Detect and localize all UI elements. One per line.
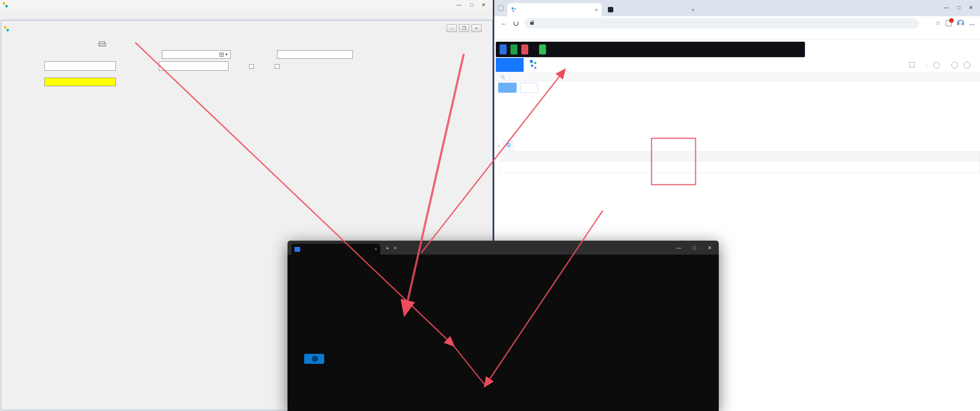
config-button[interactable] (500, 44, 507, 54)
checkbox-icon (275, 64, 279, 69)
browser-tab[interactable]: × (604, 3, 698, 16)
erp-doc-toolbar (1, 39, 492, 50)
webapp-page-tabs (494, 72, 980, 81)
erp-menubar (0, 9, 493, 19)
powershell-icon (294, 247, 300, 252)
wave-print-table (500, 151, 980, 173)
collapse-left-icon[interactable]: ‹ (498, 142, 500, 148)
webapp-nav-row: | (494, 58, 980, 72)
maximize-icon: □ (957, 5, 960, 10)
browser-menu-icon[interactable]: … (969, 20, 975, 26)
disconnect-button[interactable] (521, 44, 528, 54)
doc-no-input[interactable] (277, 50, 353, 59)
scan-input[interactable] (44, 78, 116, 86)
gift-checkbox[interactable] (275, 63, 281, 69)
close-icon: ✕ (969, 5, 973, 10)
browser-tab[interactable]: × (507, 3, 602, 16)
bookmarks-bar (494, 30, 980, 39)
browser-tabstrip: × × —□✕ (494, 0, 980, 16)
form-row-scan (1, 78, 492, 88)
close-tab-icon[interactable]: × (374, 246, 377, 252)
refresh-icon[interactable] (514, 21, 519, 26)
erp-titlebar: —□✕ (0, 0, 493, 9)
search-icon (501, 75, 504, 78)
form-row-header: ▼ (1, 50, 492, 60)
workspace-icon[interactable] (498, 5, 504, 11)
document-window-controls[interactable]: ⎯❐× (447, 24, 481, 32)
date-input[interactable]: ▼ (162, 50, 231, 59)
filter-row-2 (499, 107, 978, 116)
terminal-output[interactable] (288, 255, 719, 258)
guanyi-favicon (511, 7, 517, 12)
calendar-icon[interactable]: ▼ (218, 51, 230, 58)
brand-logo (541, 60, 543, 68)
close-icon: × (471, 24, 481, 32)
filter-row-1 (499, 95, 978, 104)
gear-icon[interactable]: ⚙ (504, 140, 514, 151)
kingdee-logo-icon (529, 60, 539, 70)
form-row-product (1, 61, 492, 72)
connect-button[interactable] (510, 44, 517, 54)
headset-icon[interactable] (933, 62, 940, 68)
profile-avatar[interactable] (957, 20, 964, 27)
product-input[interactable] (44, 61, 116, 71)
menu-button[interactable] (496, 58, 524, 72)
printer-icon[interactable] (99, 41, 105, 47)
browser-urlbar-row: ← ☆ … (494, 16, 980, 30)
powershell-window: × + ∨ —□✕ (288, 241, 719, 411)
globe-icon[interactable] (964, 62, 970, 68)
favorites-star-icon[interactable]: ☆ (936, 20, 941, 27)
minimize-icon: — (944, 5, 949, 10)
erp-app-icon (3, 2, 8, 7)
terminal-window-controls[interactable]: —□✕ (676, 245, 712, 251)
table-row[interactable] (500, 161, 980, 173)
document-titlebar: ⎯❐× (1, 24, 492, 34)
new-terminal-tab-icon[interactable]: + (386, 245, 389, 251)
webapp-toolbar: ‹ ⚙ (498, 140, 517, 151)
websocket-conn-bar (496, 42, 805, 57)
close-icon: ✕ (481, 2, 486, 8)
close-tab-icon[interactable]: × (595, 7, 598, 13)
close-tab-icon[interactable]: × (691, 7, 694, 13)
document-icon (4, 26, 9, 31)
url-input[interactable] (525, 18, 919, 29)
fullscreen-icon[interactable] (909, 62, 915, 68)
minimize-icon: ⎯ (447, 24, 457, 32)
maximize-icon: □ (693, 245, 696, 251)
checkbox-icon (249, 64, 254, 69)
back-icon[interactable]: ← (500, 20, 507, 27)
extensions-icon[interactable] (946, 20, 952, 26)
erp-window-controls[interactable]: —□✕ (456, 2, 486, 8)
reset-button[interactable] (520, 83, 538, 93)
lock-icon (530, 22, 534, 25)
help-icon[interactable] (951, 62, 958, 68)
websocket-favicon (608, 7, 613, 12)
qty-input[interactable] (159, 61, 228, 71)
ime-language-badge[interactable] (304, 354, 324, 364)
filter-row-3 (499, 118, 978, 127)
tab-search-box[interactable] (494, 72, 510, 81)
terminal-dropdown-icon[interactable]: ∨ (394, 245, 397, 250)
restore-icon: ❐ (459, 24, 469, 32)
minimize-icon: — (676, 245, 681, 251)
maximize-icon: □ (470, 2, 473, 8)
search-reset-buttons (498, 83, 538, 93)
merge-checkbox[interactable] (249, 63, 255, 69)
search-button[interactable] (498, 83, 517, 93)
nav-right-icons: | (909, 58, 976, 72)
browser-window-controls[interactable]: —□✕ (944, 5, 973, 10)
urlbar-icons: ☆ … (936, 20, 975, 27)
terminal-tab[interactable]: × (291, 244, 380, 255)
terminal-titlebar[interactable]: × + ∨ —□✕ (288, 241, 719, 255)
table-header (500, 151, 980, 161)
minimize-icon: — (456, 2, 461, 8)
moon-icon (312, 356, 318, 362)
close-icon: ✕ (708, 245, 712, 251)
extension-badge (949, 18, 954, 23)
connected-status-badge (539, 44, 546, 54)
